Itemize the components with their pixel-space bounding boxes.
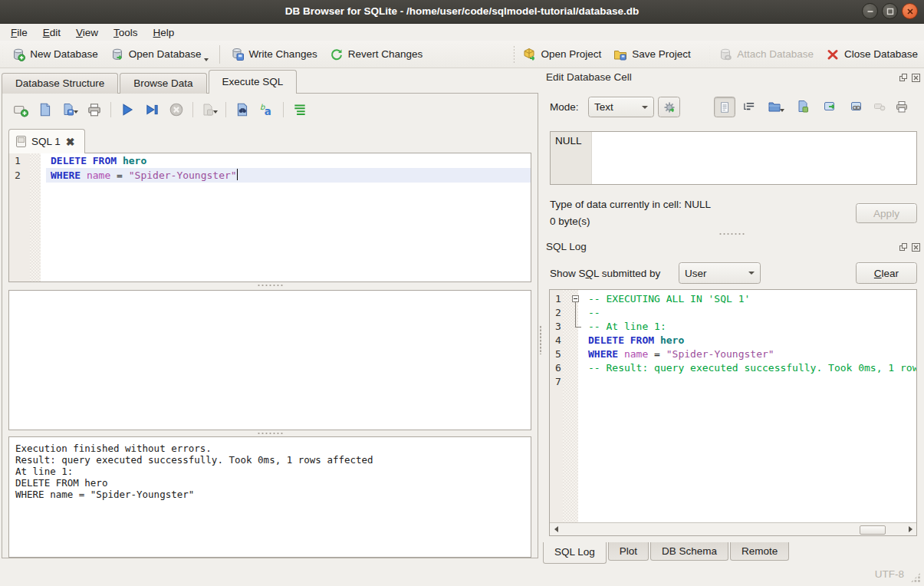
text-mode-button[interactable] [714, 97, 735, 117]
toolbar-drag-handle[interactable] [709, 45, 710, 64]
apply-format-button[interactable] [658, 97, 680, 117]
sql-tab-close-icon[interactable]: ✖ [66, 136, 75, 148]
menu-tools[interactable]: Tools [106, 25, 146, 40]
results-grid[interactable] [8, 290, 531, 430]
code-line[interactable]: 5WHERE name = "Spider-Youngster" [550, 347, 916, 361]
dock-tab-bar: SQL Log Plot DB Schema Remote [543, 542, 791, 564]
tab-database-structure[interactable]: Database Structure [2, 73, 118, 94]
open-database-dropdown-arrow[interactable] [204, 58, 209, 61]
open-file-icon [38, 102, 53, 117]
save-project-button[interactable]: Save Project [607, 43, 697, 66]
code-line[interactable]: 2WHERE name = "Spider-Youngster" [9, 168, 531, 183]
toolbar-drag-handle[interactable] [513, 45, 514, 64]
dock-tab-remote[interactable]: Remote [730, 542, 789, 561]
fold-cell[interactable] [568, 320, 584, 334]
code-line[interactable]: 2-- [550, 306, 916, 320]
sql-editor-tab[interactable]: SQL 1 ✖ [8, 129, 85, 153]
code-line[interactable]: 1DELETE FROM hero [9, 153, 531, 168]
close-dock-button[interactable] [911, 73, 920, 82]
execute-all-button[interactable] [119, 101, 136, 118]
line-number: 3 [550, 320, 568, 334]
resize-grip[interactable] [910, 572, 921, 583]
code-line[interactable]: 3-- At line 1: [550, 320, 916, 334]
line-number: 7 [550, 375, 568, 389]
sql-toolbar: ba [8, 100, 312, 120]
float-dock-button[interactable] [899, 242, 908, 252]
stop-button [168, 101, 185, 118]
minimize-button[interactable] [862, 3, 878, 19]
execute-current-line-button[interactable] [143, 101, 160, 118]
dock-tab-db-schema[interactable]: DB Schema [650, 542, 728, 561]
scroll-left-button[interactable] [550, 523, 562, 535]
export-cell-data-button[interactable] [793, 97, 813, 117]
message-line: Result: query executed successfully. Too… [15, 454, 524, 466]
menu-help[interactable]: Help [146, 25, 182, 40]
word-wrap-icon [743, 100, 756, 114]
save-sql-dropdown-arrow[interactable] [74, 110, 78, 114]
new-sql-tab-button[interactable] [12, 101, 29, 118]
fold-cell[interactable] [568, 292, 584, 306]
revert-changes-button[interactable]: Revert Changes [324, 43, 429, 66]
print-sql-button[interactable] [86, 101, 103, 118]
open-project-button[interactable]: Open Project [517, 43, 608, 66]
sql-editor[interactable]: 1DELETE FROM hero2WHERE name = "Spider-Y… [8, 153, 531, 282]
link-icon [850, 100, 863, 114]
find-button[interactable] [234, 101, 251, 118]
print-cell-button[interactable] [892, 97, 912, 117]
tab-browse-data[interactable]: Browse Data [120, 73, 206, 94]
app-window: DB Browser for SQLite - /home/user/code/… [0, 0, 924, 586]
new-database-button[interactable]: New Database [5, 43, 104, 66]
save-project-icon [613, 48, 627, 61]
title-bar: DB Browser for SQLite - /home/user/code/… [0, 0, 924, 24]
minimize-icon [866, 8, 874, 15]
code-line[interactable]: 1-- EXECUTING ALL IN 'SQL 1' [550, 292, 916, 306]
horizontal-scrollbar[interactable] [550, 522, 916, 535]
sql-log-viewer[interactable]: 1-- EXECUTING ALL IN 'SQL 1'2--3-- At li… [549, 289, 917, 536]
menu-bar: File Edit View Tools Help [0, 24, 924, 41]
panel-splitter[interactable] [539, 325, 543, 354]
menu-edit[interactable]: Edit [35, 25, 68, 40]
clear-log-button[interactable]: Clear [856, 262, 917, 284]
save-sql-file-button[interactable] [61, 101, 78, 118]
code-line[interactable]: 7 [550, 375, 916, 389]
word-wrap-cell-button[interactable] [739, 97, 759, 117]
word-wrap-button[interactable] [291, 101, 308, 118]
fold-cell [568, 347, 584, 361]
toolbar-drag-handle[interactable] [2, 45, 3, 64]
dock-tab-sql-log[interactable]: SQL Log [543, 542, 607, 564]
code-line[interactable]: 4DELETE FROM hero [550, 334, 916, 347]
sql-log-filter-dropdown[interactable]: User [679, 262, 761, 284]
editor-results-splitter[interactable] [2, 283, 538, 288]
scrollbar-thumb[interactable] [860, 525, 886, 535]
tab-execute-sql[interactable]: Execute SQL [209, 70, 298, 94]
open-in-external-button[interactable] [847, 97, 866, 117]
execution-message-pane[interactable]: Execution finished without errors.Result… [8, 436, 531, 558]
menu-view[interactable]: View [68, 25, 106, 40]
import-cell-data-button[interactable] [766, 97, 786, 117]
open-database-button[interactable]: Open Database [104, 43, 215, 66]
export-to-file-button[interactable] [820, 97, 840, 117]
cell-value-editor[interactable]: NULL [550, 131, 917, 185]
dock-tab-plot[interactable]: Plot [608, 542, 649, 561]
close-database-button[interactable]: Close Database [820, 43, 924, 66]
code-line[interactable]: 6-- Result: query executed successfully.… [550, 361, 916, 375]
open-sql-file-button[interactable] [37, 101, 54, 118]
float-dock-button[interactable] [899, 73, 908, 82]
message-line: DELETE FROM hero [15, 477, 524, 489]
write-changes-button[interactable]: Write Changes [225, 43, 324, 66]
fold-cell[interactable] [568, 306, 584, 320]
close-button[interactable] [902, 3, 918, 19]
scroll-right-button[interactable] [904, 523, 916, 535]
set-null-icon [873, 100, 886, 114]
dock-splitter[interactable] [546, 232, 917, 236]
menu-file[interactable]: File [3, 25, 35, 40]
results-message-splitter[interactable] [2, 431, 538, 436]
format-sql-button[interactable]: ba [258, 101, 275, 118]
edit-cell-dock-buttons [899, 73, 920, 82]
mode-dropdown[interactable]: Text [588, 97, 654, 117]
fold-collapse-icon[interactable] [572, 295, 579, 302]
play-to-line-icon [144, 102, 159, 117]
maximize-button[interactable] [882, 3, 898, 19]
import-dropdown-arrow[interactable] [780, 109, 784, 112]
close-dock-button[interactable] [911, 242, 920, 252]
